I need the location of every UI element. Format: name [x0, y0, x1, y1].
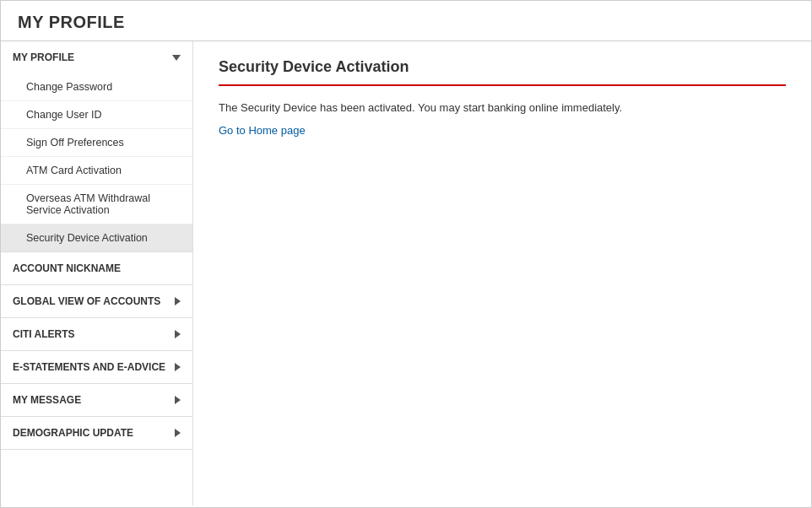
sidebar-section-global-view: GLOBAL VIEW OF ACCOUNTS [1, 285, 192, 318]
sidebar-section-account-nickname: ACCOUNT NICKNAME [1, 252, 192, 285]
sidebar-item-overseas-atm[interactable]: Overseas ATM Withdrawal Service Activati… [1, 184, 192, 224]
page-wrapper: MY PROFILE MY PROFILEChange PasswordChan… [0, 0, 812, 508]
go-to-home-link[interactable]: Go to Home page [219, 124, 306, 137]
page-title-bar: MY PROFILE [1, 1, 811, 41]
success-message: The Security Device has been activated. … [219, 101, 786, 114]
sidebar-section-label-demographic-update: DEMOGRAPHIC UPDATE [13, 427, 133, 439]
chevron-right-icon [175, 297, 181, 305]
sidebar-section-demographic-update: DEMOGRAPHIC UPDATE [1, 417, 192, 450]
sidebar-item-security-device-activation[interactable]: Security Device Activation [1, 224, 192, 251]
sidebar-section-my-profile: MY PROFILEChange PasswordChange User IDS… [1, 41, 192, 252]
sidebar-item-change-user-id[interactable]: Change User ID [1, 100, 192, 128]
chevron-down-icon [172, 55, 181, 61]
main-content: Security Device Activation The Security … [193, 41, 811, 505]
sidebar-item-change-password[interactable]: Change Password [1, 73, 192, 100]
chevron-right-icon [175, 396, 181, 404]
page-title: MY PROFILE [18, 13, 794, 32]
sidebar-sub-items-my-profile: Change PasswordChange User IDSign Off Pr… [1, 73, 192, 251]
sidebar-section-my-message: MY MESSAGE [1, 384, 192, 417]
chevron-right-icon [175, 330, 181, 338]
sidebar-section-label-my-profile: MY PROFILE [13, 51, 74, 63]
sidebar-section-label-my-message: MY MESSAGE [13, 394, 81, 406]
sidebar-item-sign-off-preferences[interactable]: Sign Off Preferences [1, 128, 192, 156]
sidebar-section-label-citi-alerts: CITI ALERTS [13, 328, 75, 340]
content-area: MY PROFILEChange PasswordChange User IDS… [1, 41, 811, 505]
section-title: Security Device Activation [219, 58, 786, 86]
chevron-right-icon [175, 363, 181, 371]
sidebar-section-header-account-nickname[interactable]: ACCOUNT NICKNAME [1, 252, 192, 284]
chevron-right-icon [175, 429, 181, 437]
sidebar-section-header-demographic-update[interactable]: DEMOGRAPHIC UPDATE [1, 417, 192, 449]
sidebar: MY PROFILEChange PasswordChange User IDS… [1, 41, 193, 505]
sidebar-section-citi-alerts: CITI ALERTS [1, 318, 192, 351]
sidebar-section-header-global-view[interactable]: GLOBAL VIEW OF ACCOUNTS [1, 285, 192, 317]
sidebar-section-header-citi-alerts[interactable]: CITI ALERTS [1, 318, 192, 350]
sidebar-section-label-account-nickname: ACCOUNT NICKNAME [13, 262, 121, 274]
sidebar-section-header-my-message[interactable]: MY MESSAGE [1, 384, 192, 416]
sidebar-section-label-global-view: GLOBAL VIEW OF ACCOUNTS [13, 295, 160, 307]
sidebar-section-e-statements: E-STATEMENTS AND E-ADVICE [1, 351, 192, 384]
sidebar-item-atm-card-activation[interactable]: ATM Card Activation [1, 156, 192, 184]
sidebar-section-header-my-profile[interactable]: MY PROFILE [1, 41, 192, 73]
sidebar-section-header-e-statements[interactable]: E-STATEMENTS AND E-ADVICE [1, 351, 192, 383]
sidebar-section-label-e-statements: E-STATEMENTS AND E-ADVICE [13, 361, 165, 373]
